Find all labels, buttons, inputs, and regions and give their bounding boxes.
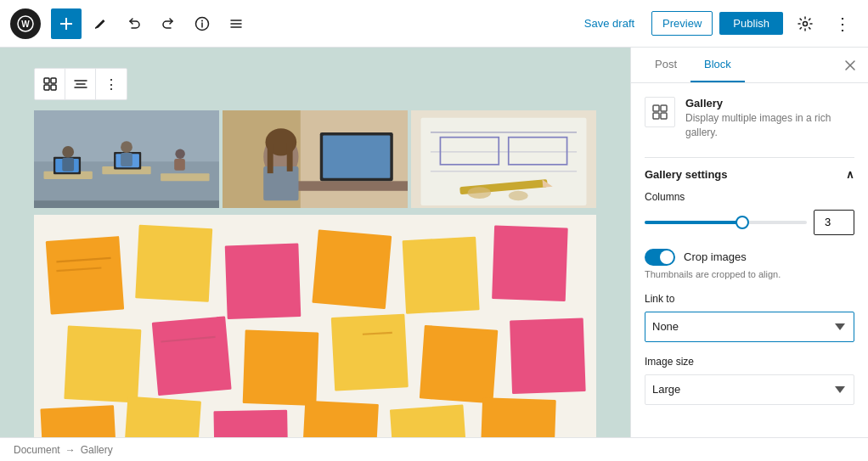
wp-logo: W <box>10 8 41 39</box>
gallery-settings-header[interactable]: Gallery settings ∧ <box>645 157 854 191</box>
svg-rect-81 <box>653 105 659 111</box>
svg-rect-62 <box>64 326 141 403</box>
svg-rect-59 <box>312 229 392 309</box>
sidebar-tabs: Post Block <box>631 48 868 83</box>
editor-area: ⋮ <box>0 48 630 437</box>
block-info-text: Gallery Display multiple images in a ric… <box>685 97 854 140</box>
toggle-knob <box>660 250 674 264</box>
breadcrumb-arrow: → <box>65 444 76 456</box>
columns-slider-track <box>645 221 807 224</box>
image-size-label: Image size <box>645 356 854 368</box>
block-description: Display multiple images in a rich galler… <box>685 111 854 140</box>
undo-button[interactable] <box>119 8 149 39</box>
crop-images-toggle[interactable] <box>645 249 675 266</box>
redo-button[interactable] <box>153 8 183 39</box>
crop-images-row: Crop images <box>645 249 854 266</box>
svg-point-31 <box>175 149 184 158</box>
svg-rect-22 <box>161 173 209 181</box>
svg-rect-58 <box>225 243 302 319</box>
gallery-block <box>34 110 596 437</box>
svg-point-10 <box>803 21 808 25</box>
gallery-view-button[interactable] <box>35 69 65 99</box>
svg-rect-67 <box>510 318 586 394</box>
tab-block[interactable]: Block <box>690 48 745 82</box>
svg-rect-13 <box>44 85 49 90</box>
main-area: ⋮ <box>0 48 868 437</box>
save-draft-button[interactable]: Save draft <box>574 12 645 35</box>
more-options-button[interactable]: ⋮ <box>827 8 858 39</box>
svg-rect-57 <box>135 225 212 302</box>
image-size-select[interactable]: Large Medium Small Thumbnail <box>645 374 854 405</box>
columns-slider-fill <box>645 221 742 224</box>
edit-button[interactable] <box>85 8 116 39</box>
gallery-row-top <box>34 110 596 208</box>
svg-rect-82 <box>661 105 667 111</box>
gallery-settings-label: Gallery settings <box>645 168 728 181</box>
svg-rect-83 <box>653 113 659 119</box>
block-icon <box>645 97 675 127</box>
link-to-group: Link to None Media File Attachment Page <box>645 293 854 342</box>
block-more-button[interactable]: ⋮ <box>96 69 127 99</box>
svg-rect-73 <box>480 397 556 437</box>
main-toolbar: W <box>0 0 868 48</box>
image-size-group: Image size Large Medium Small Thumbnail <box>645 356 854 405</box>
publish-button[interactable]: Publish <box>719 12 783 35</box>
block-title: Gallery <box>685 97 854 110</box>
toolbar-left: W <box>10 8 251 39</box>
svg-point-54 <box>509 191 528 200</box>
svg-rect-42 <box>268 144 273 173</box>
align-button[interactable] <box>65 69 96 99</box>
status-bar: Document → Gallery <box>0 437 868 461</box>
svg-rect-63 <box>152 316 232 396</box>
gallery-image-1 <box>34 110 219 208</box>
svg-rect-38 <box>323 135 390 177</box>
svg-rect-64 <box>243 329 319 406</box>
svg-rect-72 <box>390 404 468 437</box>
svg-rect-71 <box>302 401 379 437</box>
gallery-settings-section: Gallery settings ∧ Columns <box>645 157 854 432</box>
svg-rect-69 <box>123 396 201 437</box>
columns-label: Columns <box>645 191 854 203</box>
svg-point-29 <box>121 141 132 153</box>
svg-rect-32 <box>174 159 185 171</box>
svg-rect-66 <box>420 325 498 403</box>
tab-post[interactable]: Post <box>641 48 690 82</box>
settings-button[interactable] <box>790 8 820 39</box>
svg-rect-33 <box>34 200 219 208</box>
svg-rect-43 <box>287 144 293 171</box>
gallery-breadcrumb: Gallery <box>81 444 113 456</box>
svg-rect-36 <box>290 181 408 190</box>
svg-rect-28 <box>62 158 74 171</box>
columns-control <box>645 210 854 235</box>
svg-text:W: W <box>21 20 30 29</box>
add-block-button[interactable] <box>51 8 82 39</box>
block-toolbar: ⋮ <box>34 68 127 100</box>
columns-number-input[interactable] <box>814 210 854 235</box>
columns-slider-wrapper <box>645 214 807 231</box>
preview-button[interactable]: Preview <box>651 11 713 36</box>
gallery-image-3 <box>411 110 596 208</box>
close-sidebar-button[interactable] <box>843 48 858 82</box>
gallery-image-2 <box>223 110 408 208</box>
link-to-label: Link to <box>645 293 854 305</box>
svg-rect-60 <box>403 237 480 314</box>
svg-rect-12 <box>51 78 56 83</box>
svg-rect-70 <box>213 410 288 437</box>
sidebar-content: Gallery Display multiple images in a ric… <box>631 83 868 437</box>
columns-slider-thumb[interactable] <box>736 216 749 229</box>
crop-images-label: Crop images <box>684 250 747 263</box>
svg-point-27 <box>62 146 74 158</box>
crop-images-hint: Thumbnails are cropped to align. <box>645 269 854 279</box>
chevron-up-icon: ∧ <box>846 168 854 181</box>
document-label: Document <box>14 444 60 456</box>
svg-rect-45 <box>420 118 586 205</box>
link-to-select[interactable]: None Media File Attachment Page <box>645 312 854 342</box>
svg-rect-30 <box>121 153 132 166</box>
list-view-button[interactable] <box>221 8 251 39</box>
svg-rect-68 <box>40 405 117 437</box>
toolbar-right: Save draft Preview Publish ⋮ <box>574 8 858 39</box>
info-button[interactable] <box>187 8 217 39</box>
svg-point-53 <box>468 187 492 199</box>
svg-rect-61 <box>492 225 568 301</box>
svg-point-6 <box>201 20 203 21</box>
